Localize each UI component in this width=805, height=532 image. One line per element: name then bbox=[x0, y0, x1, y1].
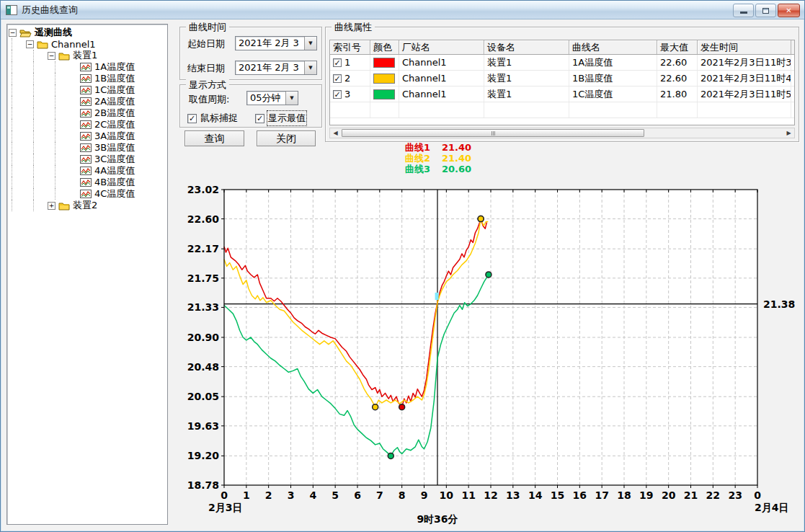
curve-properties-table: 索引号颜色厂站名设备名曲线名最大值发生时间✓1Channel1装置11A温度值2… bbox=[329, 40, 795, 125]
scrollbar-track[interactable] bbox=[341, 128, 783, 138]
tree-item[interactable]: 4A温度值 bbox=[9, 165, 166, 177]
y-tick-label: 21.75 bbox=[187, 272, 219, 284]
tree-item[interactable]: 2C温度值 bbox=[9, 119, 166, 130]
tree-guide-line bbox=[55, 188, 69, 200]
end-date-value: 2021年 2月 3 bbox=[236, 61, 304, 74]
sample-period-value: 05分钟 bbox=[247, 92, 285, 105]
tree-guide-line bbox=[33, 96, 48, 107]
tree-item[interactable]: 2B温度值 bbox=[9, 107, 166, 119]
chevron-down-icon: ▼ bbox=[308, 65, 312, 71]
tree-guide-line bbox=[12, 188, 26, 200]
tree-item[interactable]: 4B温度值 bbox=[9, 177, 166, 188]
tree-item[interactable]: 3C温度值 bbox=[9, 154, 166, 165]
mouse-capture-checkbox[interactable]: ✓ bbox=[187, 114, 197, 123]
table-cell bbox=[370, 87, 399, 102]
y-tick-label: 21.33 bbox=[187, 301, 219, 313]
table-cell: 2021年2月3日11时40 bbox=[698, 71, 791, 86]
x-tick-label: 6 bbox=[354, 489, 361, 501]
tree-item[interactable]: 1C温度值 bbox=[9, 84, 166, 96]
query-button[interactable]: 查询 bbox=[184, 130, 244, 146]
tree-item-label: 遥测曲线 bbox=[35, 26, 72, 39]
curve-icon bbox=[80, 63, 92, 71]
curve-icon bbox=[80, 167, 92, 175]
minimize-button[interactable] bbox=[733, 4, 754, 17]
tree-guide-line bbox=[12, 61, 26, 73]
table-horizontal-scrollbar[interactable]: ◀ ▶ bbox=[329, 128, 795, 138]
close-button[interactable]: ✕ bbox=[778, 4, 800, 17]
tree-item[interactable]: −遥测曲线 bbox=[9, 27, 166, 38]
legend-cursor-value: 21.40 bbox=[442, 153, 471, 164]
close-dialog-button[interactable]: 关闭 bbox=[257, 130, 316, 146]
curve-time-group-title: 曲线时间 bbox=[186, 21, 229, 34]
end-date-dropdown-button[interactable]: ▼ bbox=[304, 61, 316, 74]
display-mode-group-title: 显示方式 bbox=[186, 79, 229, 92]
tree-item[interactable]: 1B温度值 bbox=[9, 73, 166, 84]
tree-item[interactable]: 3A温度值 bbox=[9, 130, 166, 142]
table-row[interactable] bbox=[330, 102, 794, 118]
tree-guide-line bbox=[33, 177, 48, 188]
table-cell: ✓2 bbox=[330, 71, 370, 86]
min-marker-1B温度值 bbox=[373, 404, 378, 410]
table-cell bbox=[698, 102, 791, 118]
tree-expander-minus[interactable]: − bbox=[9, 29, 17, 37]
tree-guide-line bbox=[33, 61, 48, 73]
row-checkbox[interactable]: ✓ bbox=[333, 58, 342, 67]
mouse-capture-label[interactable]: 鼠标捕捉 bbox=[200, 112, 238, 125]
scroll-left-arrow-icon[interactable]: ◀ bbox=[330, 128, 341, 138]
tree-item[interactable]: −装置1 bbox=[9, 50, 166, 61]
x-tick-label: 0 bbox=[221, 489, 228, 501]
tree-item[interactable]: 3B温度值 bbox=[9, 142, 166, 154]
x-tick-label: 19 bbox=[639, 489, 653, 501]
start-date-dropdown-button[interactable]: ▼ bbox=[304, 37, 316, 50]
row-checkbox[interactable]: ✓ bbox=[333, 90, 342, 99]
scrollbar-thumb[interactable] bbox=[342, 129, 644, 137]
start-date-combo[interactable]: 2021年 2月 3 ▼ bbox=[235, 36, 317, 50]
tree-item[interactable]: 2A温度值 bbox=[9, 96, 166, 107]
show-extremes-label[interactable]: 显示最值 bbox=[268, 112, 306, 125]
close-icon: ✕ bbox=[786, 6, 791, 14]
sample-period-combo[interactable]: 05分钟 ▼ bbox=[246, 91, 298, 105]
x-tick-label: 14 bbox=[528, 489, 543, 501]
tree-expander-plus[interactable]: + bbox=[48, 202, 55, 210]
tree-item[interactable]: 4C温度值 bbox=[9, 188, 166, 200]
max-marker-1B温度值 bbox=[478, 216, 484, 222]
tree-guide-line bbox=[33, 73, 48, 84]
start-date-value: 2021年 2月 3 bbox=[236, 37, 304, 50]
history-curve-chart[interactable]: 18.7819.2019.6320.0520.4820.9021.3321.75… bbox=[174, 181, 805, 532]
column-header[interactable]: 发生时间 bbox=[698, 40, 791, 54]
curve-icon bbox=[80, 190, 92, 198]
table-cell: 2021年2月3日11时55 bbox=[698, 87, 791, 102]
column-header[interactable]: 最大值 bbox=[657, 40, 698, 54]
column-header[interactable]: 索引号 bbox=[330, 40, 370, 54]
tree-item[interactable]: −Channel1 bbox=[9, 38, 166, 50]
x-tick-label: 7 bbox=[376, 489, 383, 501]
y-tick-label: 19.63 bbox=[187, 420, 219, 432]
restore-button[interactable] bbox=[755, 4, 776, 17]
tree-expander-minus[interactable]: − bbox=[26, 40, 34, 48]
tree-guide-line bbox=[33, 119, 48, 130]
column-header[interactable]: 设备名 bbox=[484, 40, 569, 54]
tree-expander-minus[interactable]: − bbox=[48, 52, 55, 60]
curve-color-swatch bbox=[373, 58, 395, 68]
tree-item[interactable]: 1A温度值 bbox=[9, 61, 166, 73]
tree-guide-line bbox=[33, 50, 48, 61]
show-extremes-checkbox[interactable]: ✓ bbox=[255, 114, 264, 123]
scroll-right-arrow-icon[interactable]: ▶ bbox=[783, 128, 794, 138]
column-header[interactable]: 曲线名 bbox=[569, 40, 657, 54]
x-tick-label: 2 bbox=[265, 489, 272, 501]
column-header[interactable]: 厂站名 bbox=[399, 40, 484, 54]
tree-item[interactable]: +装置2 bbox=[9, 200, 166, 211]
table-cell: 1B温度值 bbox=[569, 71, 657, 86]
end-date-combo[interactable]: 2021年 2月 3 ▼ bbox=[235, 61, 317, 75]
tree-item-label: 4C温度值 bbox=[94, 187, 135, 200]
sample-period-dropdown-button[interactable]: ▼ bbox=[285, 92, 298, 105]
y-tick-label: 20.48 bbox=[187, 361, 219, 373]
table-row[interactable]: ✓2Channel1装置11B温度值22.602021年2月3日11时40 bbox=[330, 71, 794, 87]
row-checkbox[interactable]: ✓ bbox=[333, 74, 342, 83]
tree-guide-line bbox=[55, 165, 69, 177]
curve-color-swatch bbox=[373, 74, 395, 84]
table-cell: 装置1 bbox=[484, 55, 569, 70]
column-header[interactable]: 颜色 bbox=[370, 40, 399, 54]
table-row[interactable]: ✓1Channel1装置11A温度值22.602021年2月3日11时35 bbox=[330, 55, 794, 71]
table-row[interactable]: ✓3Channel1装置11C温度值21.802021年2月3日11时55 bbox=[330, 87, 794, 102]
